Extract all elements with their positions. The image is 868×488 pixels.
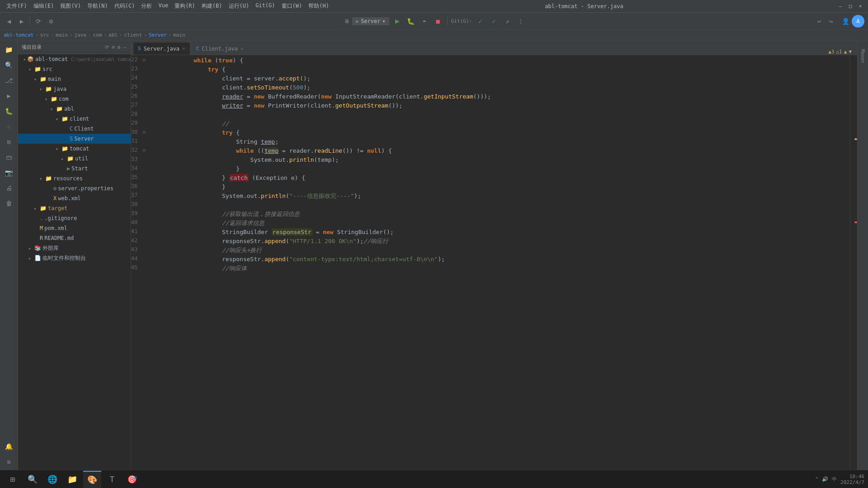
menu-run[interactable]: 运行(U) — [226, 1, 252, 11]
menu-file[interactable]: 文件(F) — [4, 1, 30, 11]
back-button[interactable]: ◀ — [4, 16, 14, 27]
tree-server-java[interactable]: ▸ S Server — [18, 134, 131, 144]
git-more-button[interactable]: ⋮ — [515, 16, 526, 27]
tree-tomcat[interactable]: ▾ 📁 tomcat — [18, 144, 131, 154]
tree-com[interactable]: ▾ 📁 com — [18, 94, 131, 104]
tree-gitignore[interactable]: ▸ . .gitignore — [18, 213, 131, 223]
code-editor[interactable]: 22 23 24 25 26 27 28 29 30 31 32 33 34 3… — [131, 55, 857, 471]
menu-analyze[interactable]: 分析 — [138, 1, 155, 11]
tab-client-close[interactable]: × — [241, 46, 244, 52]
arrow-icon: ▸ — [28, 246, 33, 251]
tree-server-props[interactable]: ▸ ⚙ server.properties — [18, 183, 131, 193]
postman-button[interactable]: 🎯 — [123, 471, 141, 488]
sidebar-icon-search[interactable]: 🔍 — [2, 58, 16, 72]
tree-main[interactable]: ▾ 📁 main — [18, 74, 131, 84]
tray-arrow[interactable]: ^ — [815, 476, 818, 482]
intellij-button[interactable]: 🎨 — [83, 471, 101, 488]
tree-src[interactable]: ▾ 📁 src — [18, 64, 131, 74]
breadcrumb-main[interactable]: main — [56, 32, 68, 38]
menu-build[interactable]: 构建(B) — [199, 1, 225, 11]
tree-client-java[interactable]: ▸ C Client — [18, 124, 131, 134]
git-commit-button[interactable]: ✓ — [475, 16, 486, 27]
tree-temp-files[interactable]: ▸ 📄 临时文件和控制台 — [18, 253, 131, 263]
sidebar-icon-folder[interactable]: 📁 — [2, 42, 16, 57]
tree-root[interactable]: ▾ 📦 abl-tomcat C:\work\java\abl-tomcat — [18, 54, 131, 64]
collapse-icon[interactable]: ▼ — [849, 49, 852, 55]
sidebar-icon-more[interactable]: ≡ — [2, 455, 16, 469]
menu-nav[interactable]: 导航(N) — [85, 1, 111, 11]
tab-server-close[interactable]: × — [182, 46, 185, 52]
menu-git[interactable]: Git(G) — [253, 1, 278, 11]
stop-button[interactable]: ■ — [433, 16, 443, 27]
run-config-selector[interactable]: ▶ Server ▾ — [352, 17, 389, 25]
sidebar-icon-bookmark[interactable]: ☆ — [2, 119, 16, 134]
expand-icon[interactable]: ▲ — [844, 49, 847, 55]
tree-java[interactable]: ▾ 📁 java — [18, 84, 131, 94]
user-icon[interactable]: 👤 — [840, 16, 851, 27]
breadcrumb-com[interactable]: com — [93, 32, 102, 38]
breadcrumb-method[interactable]: main — [173, 32, 185, 38]
tree-pom[interactable]: ▸ M pom.xml — [18, 223, 131, 233]
sidebar-icon-notifications[interactable]: 🔔 — [2, 439, 16, 454]
tree-abl[interactable]: ▾ 📁 abl — [18, 104, 131, 114]
tree-client[interactable]: ▾ 📁 client — [18, 114, 131, 124]
avatar-icon[interactable]: A — [852, 15, 864, 28]
sidebar-icon-debug[interactable]: 🐛 — [2, 104, 16, 118]
sidebar-icon-git[interactable]: ⎇ — [2, 73, 16, 88]
menu-code[interactable]: 代码(C) — [112, 1, 138, 11]
forward-button[interactable]: ▶ — [16, 16, 27, 27]
menu-edit[interactable]: 编辑(E) — [31, 1, 57, 11]
sidebar-icon-delete[interactable]: 🗑 — [2, 196, 16, 211]
run-button[interactable]: ▶ — [392, 16, 403, 27]
minimize-button[interactable]: — — [836, 2, 844, 10]
sidebar-icon-camera[interactable]: 📷 — [2, 165, 16, 180]
maximize-button[interactable]: □ — [846, 2, 854, 10]
sidebar-icon-database[interactable]: 🗃 — [2, 150, 16, 164]
tree-target[interactable]: ▸ 📁 target — [18, 203, 131, 213]
collapse-all-icon[interactable]: ≡ — [111, 43, 116, 51]
tab-server-java[interactable]: S Server.java × — [133, 42, 190, 55]
sound-icon[interactable]: 🔊 — [822, 476, 828, 482]
menu-window[interactable]: 窗口(W) — [279, 1, 305, 11]
close-panel-icon[interactable]: — — [122, 43, 127, 51]
git-push-button[interactable]: ✓ — [488, 16, 499, 27]
close-button[interactable]: × — [856, 2, 864, 10]
breadcrumb-client[interactable]: client — [124, 32, 142, 38]
sidebar-icon-print[interactable]: 🖨 — [2, 181, 16, 195]
code-content[interactable]: while (true) { try { client = server.acc… — [146, 55, 850, 471]
menu-view[interactable]: 视图(V) — [57, 1, 84, 11]
undo-button[interactable]: ↩ — [814, 16, 825, 27]
start-button[interactable]: ⊞ — [4, 471, 22, 488]
breadcrumb-abl[interactable]: abl — [108, 32, 118, 38]
search-button[interactable]: 🔍 — [24, 471, 42, 488]
breadcrumb-server[interactable]: Server — [149, 32, 167, 38]
word-button[interactable]: T — [103, 471, 121, 488]
coverage-button[interactable]: ☂ — [419, 16, 430, 27]
menu-refactor[interactable]: 重构(R) — [172, 1, 198, 11]
sidebar-icon-maven[interactable]: m — [2, 135, 16, 149]
breadcrumb-src[interactable]: src — [40, 32, 49, 38]
right-sidebar-maven[interactable]: Maven — [859, 42, 868, 70]
breadcrumb-java[interactable]: java — [74, 32, 86, 38]
tree-util[interactable]: ▸ 📁 util — [18, 154, 131, 164]
git-update-button[interactable]: ↗ — [502, 16, 513, 27]
redo-button[interactable]: ↪ — [826, 16, 836, 27]
tree-external-libs[interactable]: ▸ 📚 外部库 — [18, 243, 131, 253]
tree-web-xml[interactable]: ▸ X web.xml — [18, 193, 131, 203]
tree-resources[interactable]: ▾ 📁 resources — [18, 174, 131, 183]
edge-button[interactable]: 🌐 — [43, 471, 61, 488]
sidebar-icon-run[interactable]: ▶ — [2, 89, 16, 103]
sync-button[interactable]: ⟳ — [33, 16, 44, 27]
breadcrumb-root[interactable]: abl-tomcat — [4, 32, 33, 38]
files-button[interactable]: 📁 — [63, 471, 81, 488]
settings-button[interactable]: ⚙ — [46, 16, 57, 27]
debug-button[interactable]: 🐛 — [406, 16, 416, 27]
sync-files-icon[interactable]: ⟳ — [104, 43, 110, 51]
tree-start-java[interactable]: ▸ ▶ Start — [18, 164, 131, 174]
language-indicator[interactable]: 中 — [832, 476, 837, 483]
configure-icon[interactable]: ⚙ — [117, 43, 122, 51]
menu-help[interactable]: 帮助(H) — [306, 1, 332, 11]
menu-vue[interactable]: Vue — [156, 1, 171, 11]
tree-readme[interactable]: ▸ R README.md — [18, 233, 131, 243]
tab-client-java[interactable]: C Client.java × — [191, 42, 249, 55]
